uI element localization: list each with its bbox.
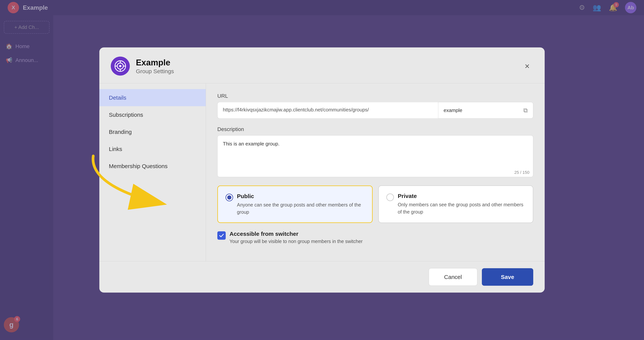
privacy-radio-group: Public Anyone can see the group posts an… xyxy=(217,186,533,223)
modal-subtitle: Group Settings xyxy=(136,68,515,74)
accessible-switcher-row: Accessible from switcher Your group will… xyxy=(217,231,533,244)
nav-item-links[interactable]: Links xyxy=(99,141,206,158)
svg-point-2 xyxy=(119,65,122,67)
description-label: Description xyxy=(217,126,533,132)
modal-title: Example xyxy=(136,58,515,67)
nav-item-branding[interactable]: Branding xyxy=(99,123,206,141)
modal-logo xyxy=(111,57,130,76)
url-row: https://f4rkivqsxjazikcmajiw.app.clientc… xyxy=(217,102,533,119)
copy-icon[interactable]: ⧉ xyxy=(523,107,528,114)
modal-content: URL https://f4rkivqsxjazikcmajiw.app.cli… xyxy=(206,83,545,261)
description-textarea[interactable] xyxy=(217,135,533,177)
radio-option-private[interactable]: Private Only members can see the group p… xyxy=(378,186,533,223)
radio-circle-public xyxy=(226,194,233,201)
accessible-switcher-title: Accessible from switcher xyxy=(230,231,362,237)
radio-title-public: Public xyxy=(237,193,364,199)
modal-close-button[interactable]: × xyxy=(521,60,533,72)
char-count: 25 / 150 xyxy=(514,170,530,175)
modal-footer: Cancel Save xyxy=(99,261,545,293)
description-wrapper: 25 / 150 xyxy=(217,135,533,178)
modal-title-group: Example Group Settings xyxy=(136,58,515,74)
url-base-field: https://f4rkivqsxjazikcmajiw.app.clientc… xyxy=(217,102,438,119)
nav-item-details[interactable]: Details xyxy=(99,89,206,106)
accessible-switcher-desc: Your group will be visible to non group … xyxy=(230,239,362,244)
radio-title-private: Private xyxy=(398,193,525,199)
modal-nav: Details Subscriptions Branding Links Mem… xyxy=(99,83,206,261)
radio-desc-public: Anyone can see the group posts and other… xyxy=(237,201,364,216)
modal-body: Details Subscriptions Branding Links Mem… xyxy=(99,83,545,261)
url-slug-field[interactable]: example ⧉ xyxy=(438,102,533,119)
radio-circle-private xyxy=(386,194,394,201)
modal: Example Group Settings × Details Subscri… xyxy=(99,47,545,293)
cancel-button[interactable]: Cancel xyxy=(429,268,477,286)
accessible-switcher-checkbox[interactable] xyxy=(217,231,226,240)
save-button[interactable]: Save xyxy=(482,268,533,286)
url-label: URL xyxy=(217,93,533,99)
modal-logo-icon xyxy=(114,60,126,72)
modal-header: Example Group Settings × xyxy=(99,47,545,83)
checkmark-icon xyxy=(219,233,224,238)
radio-desc-private: Only members can see the group posts and… xyxy=(398,201,525,215)
radio-option-public[interactable]: Public Anyone can see the group posts an… xyxy=(217,186,372,223)
nav-item-subscriptions[interactable]: Subscriptions xyxy=(99,106,206,123)
nav-item-membership-questions[interactable]: Membership Questions xyxy=(99,158,206,175)
